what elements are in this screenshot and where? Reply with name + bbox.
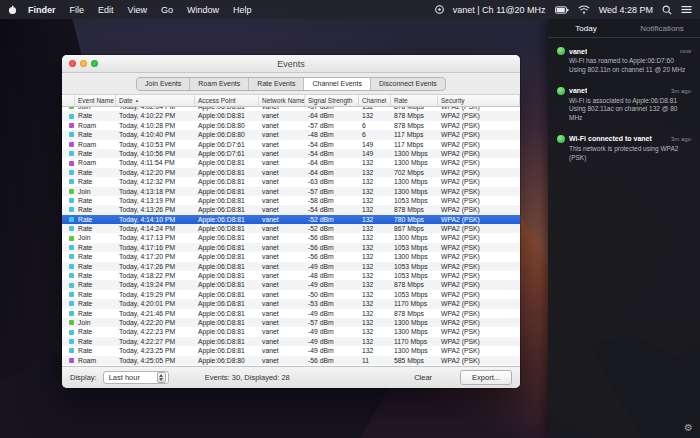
table-row[interactable]: RateToday, 4:12:32 PMApple:06:D8:81vanet… xyxy=(62,177,520,186)
cell-access-point: Apple:06:D8:81 xyxy=(195,290,259,299)
wifi-icon[interactable] xyxy=(578,5,590,14)
cell-date: Today, 4:13:19 PM xyxy=(116,196,195,205)
column-header-date[interactable]: Date▲ xyxy=(116,95,195,106)
cell-signal-strength: -49 dBm xyxy=(305,337,359,346)
close-button[interactable] xyxy=(69,60,76,67)
table-row[interactable]: RateToday, 4:17:26 PMApple:06:D8:81vanet… xyxy=(62,262,520,271)
table-row[interactable]: RateToday, 4:19:24 PMApple:06:D8:81vanet… xyxy=(62,280,520,289)
table-row[interactable]: RateToday, 4:10:40 PMApple:06:D8:80vanet… xyxy=(62,130,520,139)
table-row[interactable]: RateToday, 4:10:22 PMApple:06:D8:81vanet… xyxy=(62,111,520,120)
cell-signal-strength: -54 dBm xyxy=(305,205,359,214)
table-row[interactable]: RateToday, 4:22:27 PMApple:06:D8:81vanet… xyxy=(62,337,520,346)
table-row[interactable]: RateToday, 4:23:25 PMApple:06:D8:81vanet… xyxy=(62,346,520,355)
table-row[interactable]: RateToday, 4:21:46 PMApple:06:D8:81vanet… xyxy=(62,309,520,318)
notification-center-icon[interactable] xyxy=(681,5,692,14)
cell-date: Today, 4:21:46 PM xyxy=(116,309,195,318)
event-type-icon xyxy=(69,123,74,128)
event-type-icon-cell xyxy=(62,245,75,250)
notification-item[interactable]: vanet3m agoWi-Fi is associated to Apple:… xyxy=(557,87,691,123)
zoom-button[interactable] xyxy=(91,60,98,67)
table-row[interactable]: RoamToday, 4:11:54 PMApple:06:D8:81vanet… xyxy=(62,158,520,167)
spotlight-icon[interactable] xyxy=(662,5,672,15)
column-header-network-name[interactable]: Network Name xyxy=(259,95,305,106)
column-header-rate[interactable]: Rate xyxy=(391,95,438,106)
table-row[interactable]: JoinToday, 4:17:13 PMApple:06:D8:81vanet… xyxy=(62,233,520,242)
cell-network-name: vanet xyxy=(259,205,305,214)
table-row[interactable]: RateToday, 4:20:01 PMApple:06:D8:81vanet… xyxy=(62,299,520,308)
table-row[interactable]: RoamToday, 4:25:05 PMApple:06:D8:80vanet… xyxy=(62,356,520,365)
minimize-button[interactable] xyxy=(80,60,87,67)
event-type-icon-cell xyxy=(62,236,75,241)
table-row[interactable]: RateToday, 4:17:20 PMApple:06:D8:81vanet… xyxy=(62,252,520,261)
vanet-app-icon xyxy=(557,135,565,143)
cell-signal-strength: -56 dBm xyxy=(305,356,359,365)
apple-menu-icon[interactable] xyxy=(8,5,17,15)
cell-network-name: vanet xyxy=(259,309,305,318)
table-row[interactable]: RateToday, 4:14:24 PMApple:06:D8:81vanet… xyxy=(62,224,520,233)
menu-view[interactable]: View xyxy=(121,5,154,15)
menu-finder[interactable]: Finder xyxy=(21,5,63,15)
menu-edit[interactable]: Edit xyxy=(91,5,121,15)
cell-network-name: vanet xyxy=(259,243,305,252)
table-row[interactable]: RateToday, 4:19:29 PMApple:06:D8:81vanet… xyxy=(62,290,520,299)
table-row[interactable]: RateToday, 4:17:16 PMApple:06:D8:81vanet… xyxy=(62,243,520,252)
gear-icon[interactable]: ⚙ xyxy=(684,423,693,433)
table-header-row: Event NameDate▲Access PointNetwork NameS… xyxy=(62,94,520,107)
cell-security: WPA2 (PSK) xyxy=(438,280,520,289)
tab-today[interactable]: Today xyxy=(548,19,624,37)
table-row[interactable]: JoinToday, 4:13:18 PMApple:06:D8:81vanet… xyxy=(62,187,520,196)
cell-signal-strength: -63 dBm xyxy=(305,177,359,186)
menu-bar-left: Finder File Edit View Go Window Help xyxy=(8,5,258,15)
table-row[interactable]: RateToday, 4:12:20 PMApple:06:D8:81vanet… xyxy=(62,168,520,177)
cell-security: WPA2 (PSK) xyxy=(438,337,520,346)
column-header-event-name[interactable]: Event Name xyxy=(75,95,116,106)
vanet-app-menu-icon[interactable] xyxy=(435,5,444,14)
cell-security: WPA2 (PSK) xyxy=(438,140,520,149)
tab-disconnect-events[interactable]: Disconnect Events xyxy=(371,78,445,90)
cell-rate: 117 Mbps xyxy=(391,130,438,139)
tab-channel-events[interactable]: Channel Events xyxy=(304,78,370,90)
tab-notifications[interactable]: Notifications xyxy=(624,19,700,37)
cell-security: WPA2 (PSK) xyxy=(438,271,520,280)
column-header-signal-strength[interactable]: Signal Strength xyxy=(305,95,359,106)
battery-icon[interactable] xyxy=(555,6,569,14)
export-button[interactable]: Export... xyxy=(460,370,512,385)
cell-date: Today, 4:19:24 PM xyxy=(116,280,195,289)
tab-roam-events[interactable]: Roam Events xyxy=(190,78,249,90)
menu-bar-clock[interactable]: Wed 4:28 PM xyxy=(599,5,653,15)
notification-item[interactable]: vanetnowWi-Fi has roamed to Apple:06:D7:… xyxy=(557,47,691,75)
clear-button[interactable]: Clear xyxy=(402,370,444,385)
cell-date: Today, 4:17:13 PM xyxy=(116,233,195,242)
table-row[interactable]: RateToday, 4:13:19 PMApple:06:D8:81vanet… xyxy=(62,196,520,205)
menu-help[interactable]: Help xyxy=(226,5,259,15)
cell-date: Today, 4:10:28 PM xyxy=(116,121,195,130)
table-row[interactable]: RateToday, 4:22:23 PMApple:06:D8:81vanet… xyxy=(62,327,520,336)
column-header-security[interactable]: Security xyxy=(438,95,520,106)
tab-join-events[interactable]: Join Events xyxy=(137,78,190,90)
menu-window[interactable]: Window xyxy=(180,5,226,15)
column-header-access-point[interactable]: Access Point xyxy=(195,95,259,106)
table-row[interactable]: JoinToday, 4:22:20 PMApple:06:D8:81vanet… xyxy=(62,318,520,327)
table-row[interactable]: RateToday, 4:18:22 PMApple:06:D8:81vanet… xyxy=(62,271,520,280)
wifi-status-text[interactable]: vanet | Ch 11@20 MHz xyxy=(453,5,546,15)
stepper-icon[interactable] xyxy=(157,372,166,383)
table-row[interactable]: RoamToday, 4:10:53 PMApple:06:D7:61vanet… xyxy=(62,140,520,149)
cell-date: Today, 4:17:26 PM xyxy=(116,262,195,271)
display-range-select[interactable]: Last hour xyxy=(103,371,169,384)
table-row[interactable]: RateToday, 4:14:10 PMApple:06:D8:81vanet… xyxy=(62,215,520,224)
cell-network-name: vanet xyxy=(259,168,305,177)
notification-header: vanet3m ago xyxy=(557,87,691,95)
table-row[interactable]: RoamToday, 4:10:28 PMApple:06:D8:80vanet… xyxy=(62,121,520,130)
table-row[interactable]: RateToday, 4:10:56 PMApple:06:D7:61vanet… xyxy=(62,149,520,158)
cell-access-point: Apple:06:D8:81 xyxy=(195,252,259,261)
table-row[interactable]: RateToday, 4:13:26 PMApple:06:D8:81vanet… xyxy=(62,205,520,214)
tab-rate-events[interactable]: Rate Events xyxy=(249,78,304,90)
window-titlebar[interactable]: Events xyxy=(62,55,520,73)
notification-item[interactable]: Wi-Fi connected to vanet3m agoThis netwo… xyxy=(557,135,691,163)
menu-file[interactable]: File xyxy=(63,5,92,15)
column-header-channel[interactable]: Channel xyxy=(359,95,391,106)
cell-event-name: Roam xyxy=(75,356,116,365)
menu-go[interactable]: Go xyxy=(154,5,180,15)
notification-title: vanet xyxy=(569,87,587,94)
vanet-app-icon xyxy=(557,47,565,55)
